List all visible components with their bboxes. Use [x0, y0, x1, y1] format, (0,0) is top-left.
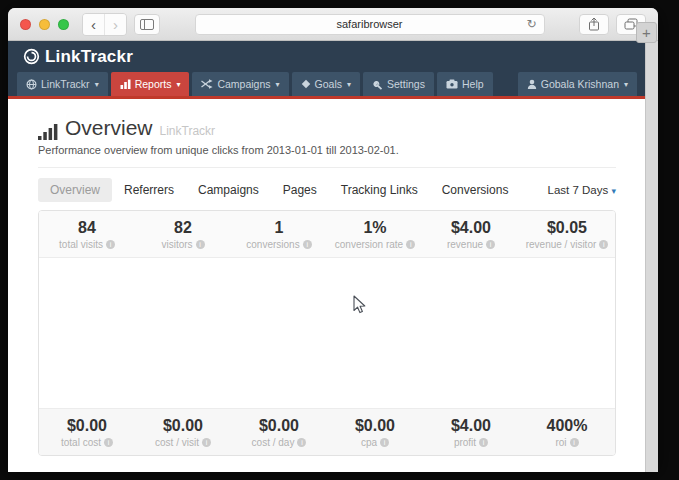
caret-down-icon: ▾ [276, 80, 280, 89]
info-icon[interactable]: i [570, 438, 579, 447]
browser-toolbar: ‹ › safaribrowser ↻ [8, 8, 658, 41]
nav-item-reports[interactable]: Reports ▾ [111, 72, 190, 96]
stats-row-top: 84 total visitsi 82 visitorsi 1 conversi… [39, 211, 615, 258]
brand-name: LinkTrackr [45, 47, 133, 67]
linktrackr-logo-icon [23, 48, 40, 65]
info-icon[interactable]: i [303, 240, 312, 249]
zoom-window-button[interactable] [58, 19, 69, 30]
nav-item-settings[interactable]: Settings [363, 72, 434, 96]
stat-label: conversion rate [335, 239, 403, 250]
info-icon[interactable]: i [380, 438, 389, 447]
stat-conversions: 1 conversionsi [231, 219, 327, 250]
stat-cost-day: $0.00 cost / dayi [231, 417, 327, 448]
info-icon[interactable]: i [202, 438, 211, 447]
share-button[interactable] [579, 14, 609, 35]
stat-total-cost: $0.00 total costi [39, 417, 135, 448]
minimize-window-button[interactable] [39, 19, 50, 30]
stat-label: revenue / visitor [526, 239, 597, 250]
new-tab-button[interactable]: + [636, 22, 657, 43]
info-icon[interactable]: i [196, 240, 205, 249]
stat-label: total visits [59, 239, 103, 250]
date-range-selector[interactable]: Last 7 Days ▾ [548, 184, 616, 196]
stat-conversion-rate: 1% conversion ratei [327, 219, 423, 250]
stat-label: visitors [161, 239, 192, 250]
stat-label: cost / day [252, 437, 295, 448]
tab-tracking-links[interactable]: Tracking Links [329, 178, 430, 202]
stat-label: revenue [447, 239, 483, 250]
history-nav-group: ‹ › [82, 13, 127, 36]
reload-icon[interactable]: ↻ [526, 18, 536, 30]
info-icon[interactable]: i [486, 240, 495, 249]
overview-panel: 84 total visitsi 82 visitorsi 1 conversi… [38, 210, 616, 456]
sidebar-toggle-button[interactable] [134, 14, 160, 35]
stat-value: 400% [519, 417, 615, 435]
caret-down-icon: ▾ [624, 80, 628, 89]
user-name: Gobala Krishnan [541, 78, 619, 90]
tab-campaigns[interactable]: Campaigns [186, 178, 271, 202]
caret-down-icon: ▾ [611, 186, 616, 196]
camera-icon [446, 79, 458, 89]
nav-item-label: Help [462, 78, 484, 90]
diamond-icon [301, 79, 311, 89]
stat-label: conversions [246, 239, 299, 250]
nav-item-label: Goals [315, 78, 342, 90]
user-menu[interactable]: Gobala Krishnan ▾ [518, 72, 637, 96]
page-title: Overview [65, 116, 153, 140]
info-icon[interactable]: i [599, 240, 608, 249]
tab-pages[interactable]: Pages [271, 178, 329, 202]
stat-total-visits: 84 total visitsi [39, 219, 135, 250]
forward-button[interactable]: › [104, 14, 126, 35]
wrench-icon [372, 79, 383, 90]
stat-label: cost / visit [155, 437, 199, 448]
page-title-suffix: LinkTrackr [160, 124, 216, 138]
stat-revenue-visitor: $0.05 revenue / visitori [519, 219, 615, 250]
sidebar-icon [140, 19, 154, 30]
nav-item-campaigns[interactable]: Campaigns ▾ [192, 72, 288, 96]
nav-item-goals[interactable]: Goals ▾ [292, 72, 360, 96]
user-icon [527, 79, 537, 89]
back-button[interactable]: ‹ [83, 14, 104, 35]
bar-chart-icon [120, 79, 131, 89]
info-icon[interactable]: i [479, 438, 488, 447]
nav-item-label: LinkTrackr [41, 78, 90, 90]
main-nav: LinkTrackr ▾ Reports ▾ Camp [8, 72, 646, 99]
report-tabs: Overview Referrers Campaigns Pages Track… [38, 178, 616, 202]
page-header: Overview LinkTrackr Performance overview… [38, 99, 616, 168]
nav-item-label: Reports [135, 78, 172, 90]
address-bar[interactable]: safaribrowser ↻ [195, 14, 545, 35]
stat-roi: 400% roii [519, 417, 615, 448]
stat-value: 1% [327, 219, 423, 237]
tab-conversions[interactable]: Conversions [430, 178, 521, 202]
stat-value: $0.00 [39, 417, 135, 435]
stat-value: $0.00 [231, 417, 327, 435]
share-icon [588, 17, 600, 31]
tab-referrers[interactable]: Referrers [112, 178, 186, 202]
info-icon[interactable]: i [406, 240, 415, 249]
info-icon[interactable]: i [106, 240, 115, 249]
nav-item-label: Campaigns [217, 78, 270, 90]
stat-value: 84 [39, 219, 135, 237]
stat-label: cpa [361, 437, 377, 448]
info-icon[interactable]: i [297, 438, 306, 447]
caret-down-icon: ▾ [347, 80, 351, 89]
info-icon[interactable]: i [104, 438, 113, 447]
stat-value: 82 [135, 219, 231, 237]
shuffle-icon [201, 79, 213, 89]
traffic-lights [20, 19, 69, 30]
close-window-button[interactable] [20, 19, 31, 30]
address-bar-text: safaribrowser [336, 18, 402, 30]
stat-value: 1 [231, 219, 327, 237]
nav-item-help[interactable]: Help [437, 72, 493, 96]
nav-item-linktrackr[interactable]: LinkTrackr ▾ [17, 72, 108, 96]
tab-overview[interactable]: Overview [38, 178, 112, 202]
nav-item-label: Settings [387, 78, 425, 90]
caret-down-icon: ▾ [95, 80, 99, 89]
stat-cost-visit: $0.00 cost / visiti [135, 417, 231, 448]
overview-chart-icon [38, 124, 58, 140]
stat-visitors: 82 visitorsi [135, 219, 231, 250]
visits-chart[interactable] [39, 258, 615, 408]
stat-revenue: $4.00 revenuei [423, 219, 519, 250]
linktrackr-app: LinkTrackr LinkTrackr ▾ Reports ▾ [8, 41, 646, 472]
globe-icon [26, 79, 37, 90]
page-subtitle: Performance overview from unique clicks … [38, 144, 616, 156]
